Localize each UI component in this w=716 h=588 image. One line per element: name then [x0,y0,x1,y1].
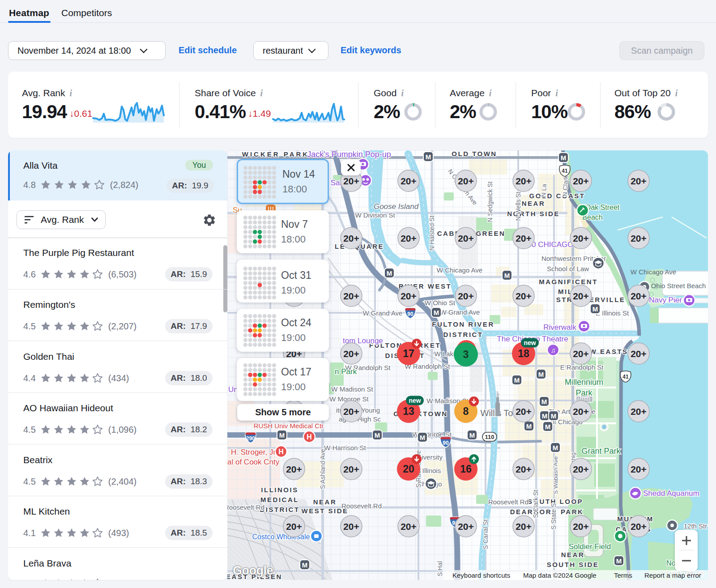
svg-text:n Park: n Park [335,367,357,376]
svg-text:18: 18 [518,348,529,359]
svg-text:W Harrison St: W Harrison St [324,444,366,452]
svg-text:MEDICAL: MEDICAL [260,496,299,503]
svg-text:Soldier Field: Soldier Field [569,542,611,551]
svg-text:8: 8 [463,405,469,417]
svg-text:12th Str: 12th Str [684,522,707,530]
svg-text:H: H [278,448,284,456]
svg-text:90: 90 [407,311,413,317]
svg-text:Oak Street: Oak Street [585,204,620,211]
svg-text:S Canal St: S Canal St [482,519,489,549]
svg-text:H: H [307,433,312,441]
svg-text:MAGNIFICENT: MAGNIFICENT [539,278,598,285]
svg-text:Park: Park [575,388,592,397]
svg-text:SOUTH SIDE: SOUTH SIDE [547,561,599,568]
svg-text:W Ohio St: W Ohio St [425,299,456,307]
svg-text:16: 16 [460,463,472,475]
svg-text:17: 17 [403,348,414,359]
svg-text:41: 41 [562,168,568,174]
svg-text:W Division St: W Division St [355,211,395,219]
svg-text:Grant Park: Grant Park [581,447,621,456]
svg-text:Goose Island: Goose Island [374,202,419,211]
svg-text:S Hal: S Hal [436,561,443,576]
svg-text:RUSH Univ Medical Ctr: RUSH Univ Medical Ctr [254,422,324,430]
svg-text:NEAR: NEAR [313,498,337,506]
svg-text:Navy Pier: Navy Pier [649,296,682,304]
svg-text:Roosevelt Rd: Roosevelt Rd [488,498,528,506]
svg-text:3: 3 [463,349,469,360]
svg-text:al of Cook Cnty: al of Cook Cnty [227,458,280,466]
svg-text:Ohio Street Beach: Ohio Street Beach [651,282,706,290]
svg-text:N Halsted St: N Halsted St [428,216,435,251]
svg-text:Sal: Sal [331,179,342,187]
svg-text:N Clark: N Clark [561,175,569,196]
svg-text:S Ashland Ave: S Ashland Ave [319,449,326,489]
svg-text:Shedd Aquarium: Shedd Aquarium [643,489,699,498]
svg-text:WICKER PARK: WICKER PARK [242,150,309,158]
svg-text:♫: ♫ [550,346,555,354]
svg-text:N Wells St: N Wells St [515,192,522,221]
svg-text:S State S: S State S [550,503,557,529]
svg-text:GOLD COAST: GOLD COAST [529,192,585,200]
svg-text:60 CHICAGO: 60 CHICAGO [528,240,574,249]
svg-text:W Grand Ave: W Grand Ave [363,309,403,317]
svg-text:FULTON RIVER: FULTON RIVER [432,320,494,328]
svg-text:Riverwalk: Riverwalk [543,323,576,332]
svg-text:W Madison St: W Madison St [331,385,373,393]
svg-text:DISTRICT: DISTRICT [443,331,483,338]
svg-text:13: 13 [403,405,414,417]
svg-text:OLD TOWN: OLD TOWN [452,150,497,158]
svg-text:N La: N La [540,183,548,197]
svg-text:41: 41 [622,374,629,380]
svg-text:S Wabash Ave: S Wabash Ave [552,456,559,494]
svg-text:W Grand Ave: W Grand Ave [440,308,480,316]
svg-text:W Chicago Ave: W Chicago Ave [631,268,676,276]
svg-text:Millennium: Millennium [565,378,603,387]
svg-text:Jack's Pumpkin Pop-up: Jack's Pumpkin Pop-up [307,150,391,159]
svg-text:DISTRICT: DISTRICT [260,506,299,513]
svg-text:ILLINOIS: ILLINOIS [261,486,298,494]
svg-text:290: 290 [246,435,255,442]
svg-text:School of Law: School of Law [547,265,589,273]
svg-text:W Chicago Ave: W Chicago Ave [437,266,482,274]
svg-text:90: 90 [443,440,449,446]
svg-text:Roosevelt Rd: Roosevelt Rd [227,503,264,511]
svg-text:NEAR: NEAR [522,200,546,207]
svg-text:N Sedgwick St: N Sedgwick St [486,181,494,222]
svg-text:E Illinois St: E Illinois St [596,309,629,317]
svg-text:S Clark St: S Clark St [532,490,539,518]
svg-text:20: 20 [403,463,414,475]
svg-text:H. Stroger, Jr.: H. Stroger, Jr. [231,448,277,456]
svg-text:Roosevelt Rd: Roosevelt Rd [341,502,382,510]
svg-text:110: 110 [485,434,494,440]
svg-text:DEARBORN PARK: DEARBORN PARK [510,508,584,516]
svg-text:NEAR: NEAR [561,551,585,558]
